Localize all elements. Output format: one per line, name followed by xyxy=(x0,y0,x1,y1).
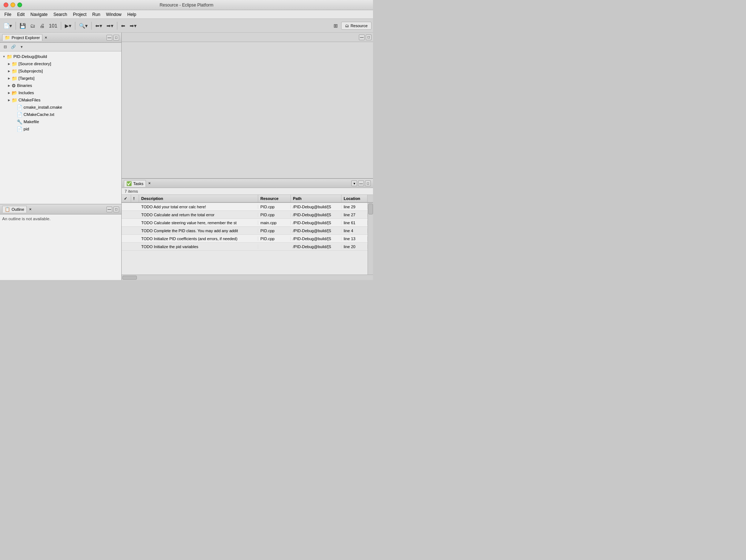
menu-help[interactable]: Help xyxy=(125,11,139,18)
tree-arrow: ▶ xyxy=(7,90,12,95)
tree-item[interactable]: 🔧 Makefile xyxy=(0,118,121,125)
vertical-scrollbar[interactable] xyxy=(368,203,373,275)
table-row[interactable]: TODO Add your total error calc here! PID… xyxy=(122,203,368,211)
minimize-editor-button[interactable]: — xyxy=(359,34,365,40)
tree-item[interactable]: 📄 CMakeCache.txt xyxy=(0,111,121,118)
tasks-close[interactable]: ✕ xyxy=(148,181,151,185)
table-body[interactable]: TODO Add your total error calc here! PID… xyxy=(122,203,368,275)
table-row[interactable]: TODO Initialize the pid variables /PID-D… xyxy=(122,243,368,251)
close-button[interactable] xyxy=(4,3,8,7)
tree-item[interactable]: ▶ 📁 [Source directory] xyxy=(0,60,121,67)
new-button[interactable]: 📄▾ xyxy=(1,21,14,30)
tree-label: cmake_install.cmake xyxy=(24,105,62,109)
nav-prev-button[interactable]: ⬅▾ xyxy=(93,21,104,30)
menu-navigate[interactable]: Navigate xyxy=(28,11,50,18)
tree-item[interactable]: 📄 pid xyxy=(0,125,121,133)
outline-close[interactable]: ✕ xyxy=(29,208,32,211)
menu-search[interactable]: Search xyxy=(50,11,70,18)
tasks-header: ✅ Tasks ✕ ▾ — □ xyxy=(122,179,373,188)
back-button[interactable]: ⬅ xyxy=(119,21,127,30)
toolbar-sep-5 xyxy=(117,22,117,30)
path-col-label: Path xyxy=(293,196,302,201)
forward-button[interactable]: ➡▾ xyxy=(128,21,138,30)
cell-description: TODO Calculate and return the total erro… xyxy=(139,213,258,217)
window-controls xyxy=(4,3,22,7)
perspective-icon: 🗂 xyxy=(345,24,349,28)
menu-project[interactable]: Project xyxy=(70,11,89,18)
project-explorer-header: 📁 Project Explorer ✕ — □ xyxy=(0,33,121,43)
tree-label: PID-Debug@build xyxy=(13,54,47,59)
project-explorer-tab[interactable]: 📁 Project Explorer xyxy=(2,34,42,41)
maximize-panel-button[interactable]: □ xyxy=(113,35,119,41)
outline-header: 📋 Outline ✕ — □ xyxy=(0,204,121,214)
cell-description: TODO Calculate steering value here, reme… xyxy=(139,221,258,225)
minimize-tasks-button[interactable]: — xyxy=(358,180,364,186)
horizontal-scrollbar[interactable] xyxy=(122,275,373,280)
outline-controls: — □ xyxy=(106,206,119,212)
tree-item[interactable]: ▶ ⚙ Binaries xyxy=(0,82,121,89)
menu-window[interactable]: Window xyxy=(103,11,125,18)
link-editor-button[interactable]: 🔗 xyxy=(10,44,17,50)
print-button[interactable]: 🖨 xyxy=(38,21,46,30)
tree-item[interactable]: ▶ 📁 CMakeFiles xyxy=(0,96,121,104)
tree-arrow: ▶ xyxy=(7,97,12,103)
resource-perspective-button[interactable]: 🗂 Resource xyxy=(341,22,372,30)
save-all-button[interactable]: 🗂 xyxy=(28,21,37,30)
run-button[interactable]: ▶▾ xyxy=(63,21,73,30)
col-header-desc[interactable]: Description xyxy=(139,195,258,202)
minimize-button[interactable] xyxy=(11,3,15,7)
tree-item[interactable]: ▶ 📁 [Targets] xyxy=(0,75,121,82)
tree-label: Binaries xyxy=(17,83,32,88)
tree-label: [Source directory] xyxy=(18,62,51,66)
open-perspective-button[interactable]: ⊞ xyxy=(332,21,340,30)
outline-tab[interactable]: 📋 Outline xyxy=(2,206,27,213)
title-bar: Resource - Eclipse Platform xyxy=(0,0,373,10)
save-button[interactable]: 💾 xyxy=(18,21,28,30)
menu-edit[interactable]: Edit xyxy=(14,11,28,18)
tree-item[interactable]: 📄 cmake_install.cmake xyxy=(0,104,121,111)
col-header-path[interactable]: Path xyxy=(291,195,341,202)
tree-item[interactable]: ▶ 📁 [Subprojects] xyxy=(0,67,121,75)
table-row[interactable]: TODO Complete the PID class. You may add… xyxy=(122,227,368,235)
maximize-tasks-button[interactable]: □ xyxy=(365,180,371,186)
table-row[interactable]: TODO Calculate steering value here, reme… xyxy=(122,219,368,227)
subprojects-folder-icon: 📁 xyxy=(12,68,17,74)
editor-area: — □ xyxy=(122,33,373,179)
left-panel: 📁 Project Explorer ✕ — □ ⊟ 🔗 ▾ ▼ 📁 PID-D… xyxy=(0,33,122,280)
collapse-all-button[interactable]: ⊟ xyxy=(1,44,9,50)
menu-file[interactable]: File xyxy=(1,11,14,18)
maximize-outline-button[interactable]: □ xyxy=(113,206,119,212)
targets-folder-icon: 📁 xyxy=(12,76,17,81)
excl-col-label: ! xyxy=(133,196,135,201)
col-header-check[interactable]: ✓ xyxy=(122,195,131,202)
col-header-resource[interactable]: Resource xyxy=(258,195,291,202)
tree-item[interactable]: ▼ 📁 PID-Debug@build xyxy=(0,53,121,60)
right-panel: — □ ✅ Tasks ✕ ▾ — □ 7 items xyxy=(122,33,373,280)
col-header-location[interactable]: Location xyxy=(341,195,368,202)
table-row[interactable]: TODO Calculate and return the total erro… xyxy=(122,211,368,219)
project-tree[interactable]: ▼ 📁 PID-Debug@build ▶ 📁 [Source director… xyxy=(0,51,121,204)
perspective-label: Resource xyxy=(351,24,368,28)
col-header-excl[interactable]: ! xyxy=(131,195,139,202)
table-row[interactable]: TODO Initialize PID coefficients (and er… xyxy=(122,235,368,243)
tree-arrow-expand: ▼ xyxy=(1,54,7,59)
minimize-outline-button[interactable]: — xyxy=(106,206,112,212)
maximize-button[interactable] xyxy=(17,3,22,7)
tasks-view-menu[interactable]: ▾ xyxy=(351,180,357,186)
misc-button[interactable]: 101 xyxy=(47,21,59,30)
scrollbar-thumb[interactable] xyxy=(368,204,373,214)
maximize-editor-button[interactable]: □ xyxy=(366,34,372,40)
view-menu-button[interactable]: ▾ xyxy=(18,44,25,50)
tree-item[interactable]: ▶ 📂 Includes xyxy=(0,89,121,96)
horiz-scrollbar-thumb[interactable] xyxy=(122,276,137,280)
cell-path: /PID-Debug@build/[S xyxy=(291,245,341,249)
cell-location: line 20 xyxy=(341,245,368,249)
minimize-panel-button[interactable]: — xyxy=(106,35,112,41)
search-button[interactable]: 🔍▾ xyxy=(77,21,89,30)
editor-header: — □ xyxy=(122,33,373,42)
project-explorer-close[interactable]: ✕ xyxy=(45,36,47,39)
toolbar-sep-1 xyxy=(16,22,16,30)
tasks-tab[interactable]: ✅ Tasks xyxy=(124,180,146,187)
nav-next-button[interactable]: ➡▾ xyxy=(105,21,115,30)
menu-run[interactable]: Run xyxy=(89,11,103,18)
